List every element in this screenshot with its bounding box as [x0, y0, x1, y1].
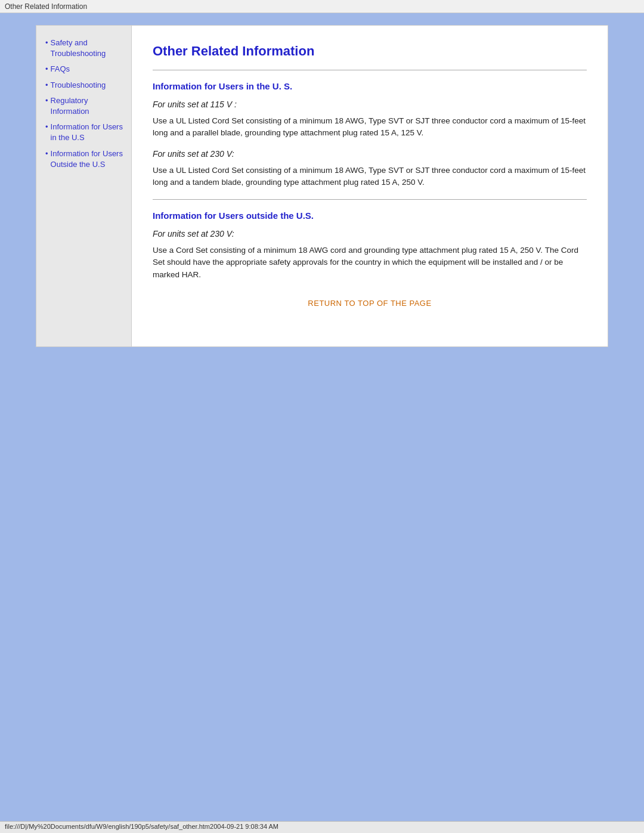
label-115v: For units set at 115 V : [153, 100, 587, 109]
body-text-230v-outside: Use a Cord Set consisting of a minimum 1… [153, 244, 587, 281]
body-text-115v: Use a UL Listed Cord Set consisting of a… [153, 115, 587, 140]
section-users-outside: Information for Users outside the U.S. F… [153, 210, 587, 281]
browser-frame: • Safety and Troubleshooting • FAQs • Tr… [0, 13, 644, 347]
sidebar-item-safety: • Safety and Troubleshooting [45, 38, 125, 59]
sidebar-item-faqs: • FAQs [45, 64, 125, 75]
sidebar-item-users-us: • Information for Users in the U.S [45, 122, 125, 143]
return-to-top-link[interactable]: RETURN TO TOP OF THE PAGE [153, 299, 587, 308]
page-title: Other Related Information [153, 44, 587, 59]
status-bar: file:///D|/My%20Documents/dfu/W9/english… [0, 821, 644, 833]
sidebar: • Safety and Troubleshooting • FAQs • Tr… [36, 26, 132, 346]
divider-1 [153, 70, 587, 70]
sidebar-item-regulatory: • Regulatory Information [45, 95, 125, 117]
label-230v-us: For units set at 230 V: [153, 149, 587, 159]
main-content: Other Related Information Information fo… [132, 26, 608, 346]
sidebar-item-users-outside: • Information for Users Outside the U.S [45, 148, 125, 170]
sidebar-item-troubleshooting: • Troubleshooting [45, 80, 125, 91]
sidebar-link-troubleshooting[interactable]: Troubleshooting [51, 80, 106, 91]
title-bar-text: Other Related Information [5, 2, 87, 11]
section-title-us: Information for Users in the U. S. [153, 81, 587, 91]
sidebar-nav-list: • Safety and Troubleshooting • FAQs • Tr… [45, 38, 125, 170]
sidebar-link-faqs[interactable]: FAQs [51, 64, 70, 75]
sidebar-link-users-us[interactable]: Information for Users in the U.S [51, 122, 125, 143]
body-text-230v-us: Use a UL Listed Cord Set consisting of a… [153, 165, 587, 189]
bullet-icon: • [45, 148, 48, 159]
sidebar-link-regulatory[interactable]: Regulatory Information [51, 95, 125, 117]
bullet-icon: • [45, 80, 48, 91]
title-bar: Other Related Information [0, 0, 644, 13]
status-bar-text: file:///D|/My%20Documents/dfu/W9/english… [5, 823, 278, 830]
label-230v-outside: For units set at 230 V: [153, 229, 587, 239]
section-title-outside: Information for Users outside the U.S. [153, 210, 587, 221]
sidebar-link-users-outside[interactable]: Information for Users Outside the U.S [51, 148, 125, 170]
bullet-icon: • [45, 38, 48, 48]
bullet-icon: • [45, 122, 48, 132]
page-container: • Safety and Troubleshooting • FAQs • Tr… [36, 25, 608, 347]
section-users-us: Information for Users in the U. S. For u… [153, 81, 587, 188]
divider-2 [153, 199, 587, 200]
bullet-icon: • [45, 64, 48, 75]
sidebar-link-safety[interactable]: Safety and Troubleshooting [51, 38, 125, 59]
bullet-icon: • [45, 95, 48, 106]
